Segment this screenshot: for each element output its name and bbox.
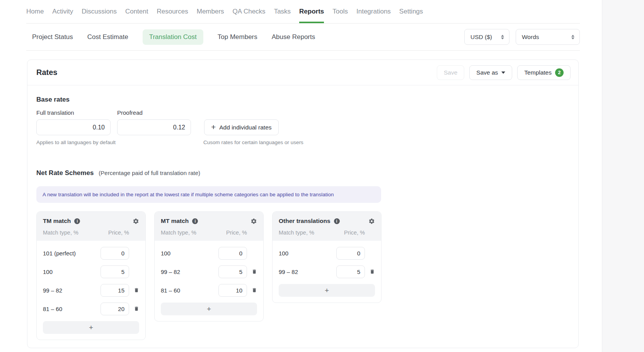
match-type-label: 100 <box>279 250 336 257</box>
currency-select-value: USD ($) <box>470 34 492 41</box>
unit-select[interactable]: Words <box>516 29 580 45</box>
info-icon[interactable]: i <box>334 218 340 224</box>
add-scheme-row-button[interactable]: + <box>279 284 375 297</box>
default-rates-hint: Applies to all languages by default <box>36 139 203 145</box>
proofread-rate-input[interactable] <box>117 119 191 135</box>
rates-card-body: Base rates Full translation Proofread + … <box>27 85 578 340</box>
trash-icon[interactable] <box>134 287 139 293</box>
nav-item-home[interactable]: Home <box>26 0 44 23</box>
gear-icon[interactable] <box>368 218 375 224</box>
proofread-label: Proofread <box>117 109 191 116</box>
nav-item-qa-checks[interactable]: QA Checks <box>233 0 266 23</box>
scheme-row: 81 – 60 <box>161 281 257 299</box>
full-translation-field: Full translation <box>36 109 111 135</box>
schemes-row: TM match i Match type, % Price, % <box>36 211 569 340</box>
trash-icon[interactable] <box>252 287 257 293</box>
match-type-label: 99 – 82 <box>43 287 101 294</box>
add-scheme-row-button[interactable]: + <box>161 303 257 315</box>
rates-card-header: Rates Save Save as Templates 2 <box>27 60 578 85</box>
match-type-label: 99 – 82 <box>279 269 336 275</box>
templates-button[interactable]: Templates 2 <box>517 65 571 80</box>
nav-item-tools[interactable]: Tools <box>332 0 348 23</box>
subnav-tab-top-members[interactable]: Top Members <box>218 33 257 41</box>
match-type-label: 101 (perfect) <box>43 250 101 257</box>
price-input[interactable] <box>218 284 247 297</box>
scheme-row: 100 <box>161 244 257 262</box>
subnav-tab-abuse-reports[interactable]: Abuse Reports <box>272 33 315 41</box>
rates-actions: Save Save as Templates 2 <box>437 65 571 80</box>
trash-icon[interactable] <box>370 269 375 275</box>
scheme-card-mt-match: MT match i Match type, % Price, % <box>154 211 264 321</box>
scheme-card-tm-match: TM match i Match type, % Price, % <box>36 211 146 340</box>
add-individual-rates-button[interactable]: + Add individual rates <box>204 119 279 135</box>
price-input[interactable] <box>336 265 365 278</box>
trash-icon[interactable] <box>134 306 139 312</box>
reports-subnav: Project Status Cost Estimate Translation… <box>26 24 580 51</box>
nav-item-content[interactable]: Content <box>125 0 148 23</box>
nav-item-members[interactable]: Members <box>197 0 224 23</box>
price-column-header: Price, % <box>344 230 365 236</box>
scheme-body: 100 99 – 82 81 – 60 <box>155 241 263 321</box>
scheme-row: 100 <box>279 244 375 262</box>
price-input[interactable] <box>101 284 129 297</box>
trash-icon[interactable] <box>252 269 257 275</box>
nav-item-settings[interactable]: Settings <box>399 0 423 23</box>
scheme-row: 81 – 60 <box>43 299 139 318</box>
scheme-row: 99 – 82 <box>279 262 375 281</box>
save-button[interactable]: Save <box>437 65 464 80</box>
base-rates-heading: Base rates <box>36 96 569 104</box>
scheme-body: 101 (perfect) 100 99 – 82 <box>37 241 145 340</box>
nav-item-integrations[interactable]: Integrations <box>356 0 391 23</box>
net-rate-schemes-heading: Net Rate Schemes <box>36 169 94 177</box>
scheme-header: MT match i Match type, % Price, % <box>155 212 263 241</box>
subnav-tab-translation-cost[interactable]: Translation Cost <box>143 29 203 45</box>
scheme-header: TM match i Match type, % Price, % <box>37 212 145 241</box>
match-type-column-header: Match type, % <box>279 230 314 236</box>
scheme-header: Other translations i Match type, % Price… <box>273 212 381 241</box>
top-navigation: Home Activity Discussions Content Resour… <box>26 0 580 24</box>
add-scheme-row-button[interactable]: + <box>43 321 139 334</box>
scheme-title: MT match <box>161 218 189 224</box>
price-input[interactable] <box>336 247 365 260</box>
scheme-title: Other translations <box>279 218 331 224</box>
custom-rates-hint: Cusom rates for certain languages or use… <box>203 139 569 145</box>
scheme-body: 100 99 – 82 + <box>273 241 381 303</box>
price-input[interactable] <box>101 265 129 278</box>
price-input[interactable] <box>101 247 129 260</box>
price-input[interactable] <box>101 303 129 315</box>
page-right-gutter <box>602 0 644 352</box>
nav-item-activity[interactable]: Activity <box>52 0 73 23</box>
scheme-row: 99 – 82 <box>161 262 257 281</box>
add-individual-rates-label: Add individual rates <box>219 124 271 131</box>
nav-item-tasks[interactable]: Tasks <box>274 0 291 23</box>
price-column-header: Price, % <box>108 230 129 236</box>
currency-select[interactable]: USD ($) <box>464 29 509 45</box>
unit-select-value: Words <box>522 34 539 41</box>
subnav-tab-cost-estimate[interactable]: Cost Estimate <box>87 33 128 41</box>
match-type-label: 99 – 82 <box>161 269 218 275</box>
gear-icon[interactable] <box>250 218 257 224</box>
gear-icon[interactable] <box>133 218 139 224</box>
subnav-tab-project-status[interactable]: Project Status <box>32 33 73 41</box>
info-icon[interactable]: i <box>74 218 80 224</box>
scheme-row: 100 <box>43 262 139 281</box>
save-as-button[interactable]: Save as <box>469 65 512 80</box>
price-input[interactable] <box>218 247 247 260</box>
page-title: Rates <box>36 68 57 77</box>
nav-item-reports[interactable]: Reports <box>299 0 324 23</box>
match-type-column-header: Match type, % <box>43 230 78 236</box>
nav-item-discussions[interactable]: Discussions <box>82 0 117 23</box>
proofread-field: Proofread <box>117 109 191 135</box>
templates-button-label: Templates <box>524 69 552 76</box>
price-column-header: Price, % <box>226 230 247 236</box>
match-type-column-header: Match type, % <box>161 230 196 236</box>
base-rates-row: Full translation Proofread + Add individ… <box>36 109 569 135</box>
nav-item-resources[interactable]: Resources <box>157 0 188 23</box>
scheme-title: TM match <box>43 218 71 224</box>
scheme-row: 101 (perfect) <box>43 244 139 262</box>
base-rates-hints: Applies to all languages by default Cuso… <box>36 139 569 145</box>
full-translation-rate-input[interactable] <box>36 119 111 135</box>
price-input[interactable] <box>218 265 247 278</box>
info-icon[interactable]: i <box>192 218 198 224</box>
rates-card: Rates Save Save as Templates 2 Base rate… <box>27 60 579 348</box>
